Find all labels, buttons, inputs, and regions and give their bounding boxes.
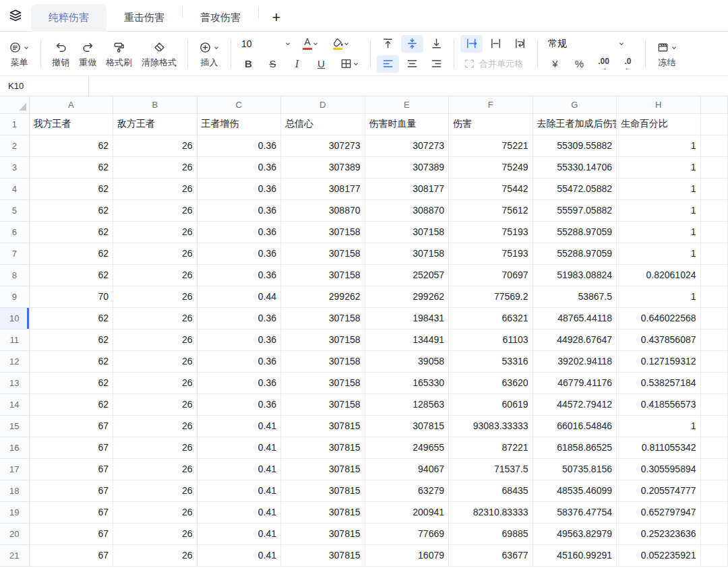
cell[interactable]: 60619 xyxy=(449,393,533,415)
row-header-14[interactable]: 14 xyxy=(0,393,29,415)
cell[interactable] xyxy=(700,286,728,307)
cell[interactable]: 62 xyxy=(29,135,113,156)
freeze-button[interactable]: 冻结 xyxy=(652,38,682,69)
cell[interactable]: 53867.5 xyxy=(533,286,617,307)
cell[interactable] xyxy=(700,480,728,501)
row-header-8[interactable]: 8 xyxy=(0,264,29,286)
row-header-10[interactable]: 10 xyxy=(0,307,29,329)
cell[interactable]: 26 xyxy=(113,458,198,480)
row-header-9[interactable]: 9 xyxy=(0,286,29,307)
cell[interactable]: 55472.05882 xyxy=(533,178,617,199)
cell[interactable]: 51983.08824 xyxy=(533,264,617,286)
cell[interactable]: 50735.8156 xyxy=(533,458,617,480)
cell[interactable]: 67 xyxy=(29,437,113,458)
row-header-18[interactable]: 18 xyxy=(0,480,29,501)
cell[interactable]: 1 xyxy=(617,156,701,178)
cell[interactable]: 307273 xyxy=(365,135,449,156)
cell[interactable]: 75442 xyxy=(449,178,533,199)
cell[interactable]: 0.252323636 xyxy=(617,523,701,544)
cell[interactable]: 26 xyxy=(113,329,198,350)
cell[interactable]: 0.36 xyxy=(197,350,281,372)
cell[interactable] xyxy=(700,372,728,393)
cell[interactable]: 0.36 xyxy=(197,329,281,350)
cell[interactable]: 62 xyxy=(29,329,113,350)
cell[interactable]: 307815 xyxy=(281,544,365,566)
cell[interactable]: 0.41 xyxy=(197,458,281,480)
cell[interactable]: 87221 xyxy=(449,437,533,458)
cell[interactable] xyxy=(700,221,728,243)
cell[interactable] xyxy=(700,544,728,566)
cell[interactable]: 62 xyxy=(29,307,113,329)
cell[interactable]: 0.41 xyxy=(197,501,281,523)
borders-button[interactable] xyxy=(334,55,364,73)
cell[interactable]: 0.811055342 xyxy=(617,437,701,458)
cell[interactable]: 307158 xyxy=(281,329,365,350)
cell[interactable]: 308177 xyxy=(365,178,449,199)
column-header-G[interactable]: G xyxy=(533,96,617,113)
cell[interactable]: 1 xyxy=(617,221,701,243)
cell[interactable]: 1 xyxy=(617,135,701,156)
row-header-13[interactable]: 13 xyxy=(0,372,29,393)
formula-input[interactable] xyxy=(89,76,728,96)
cell[interactable]: 67 xyxy=(29,501,113,523)
cell[interactable]: 61103 xyxy=(449,329,533,350)
cell[interactable]: 26 xyxy=(113,243,198,264)
column-header-D[interactable]: D xyxy=(281,96,365,113)
cell[interactable]: 94067 xyxy=(365,458,449,480)
cell[interactable]: 308870 xyxy=(365,199,449,221)
cell[interactable]: 62 xyxy=(29,372,113,393)
row-header-6[interactable]: 6 xyxy=(0,221,29,243)
cell[interactable]: 48535.46099 xyxy=(533,480,617,501)
cell[interactable]: 307815 xyxy=(281,437,365,458)
cell[interactable]: 26 xyxy=(113,264,198,286)
cell[interactable]: 307815 xyxy=(281,458,365,480)
text-clip-button[interactable] xyxy=(485,35,507,53)
row-header-21[interactable]: 21 xyxy=(0,544,29,566)
cell[interactable]: 39058 xyxy=(365,350,449,372)
cell[interactable]: 0.82061024 xyxy=(617,264,701,286)
cell[interactable]: 75612 xyxy=(449,199,533,221)
cell[interactable]: 0.418556573 xyxy=(617,393,701,415)
cell[interactable]: 63279 xyxy=(365,480,449,501)
cell[interactable]: 0.41 xyxy=(197,480,281,501)
cell[interactable]: 62 xyxy=(29,199,113,221)
cell[interactable]: 69885 xyxy=(449,523,533,544)
cell[interactable] xyxy=(700,243,728,264)
cell[interactable]: 1 xyxy=(617,243,701,264)
cell[interactable]: 39202.94118 xyxy=(533,350,617,372)
sheet-tab-1[interactable]: 纯粹伤害 xyxy=(31,4,107,32)
cell[interactable]: 249655 xyxy=(365,437,449,458)
cell[interactable]: 26 xyxy=(113,350,198,372)
cell[interactable]: 165330 xyxy=(365,372,449,393)
fill-color-button[interactable] xyxy=(326,35,356,53)
cell[interactable]: 93083.33333 xyxy=(449,415,533,437)
cell[interactable]: 77669 xyxy=(365,523,449,544)
increase-decimal-button[interactable]: .00 → xyxy=(593,55,615,73)
cell[interactable]: 299262 xyxy=(281,286,365,307)
cell[interactable]: 55309.55882 xyxy=(533,135,617,156)
cell[interactable]: 我方王者 xyxy=(29,113,113,135)
cell[interactable]: 67 xyxy=(29,415,113,437)
merge-cells-button[interactable]: 合并单元格 xyxy=(460,55,526,73)
currency-format-button[interactable]: ¥ xyxy=(544,55,566,73)
cell[interactable]: 0.305595894 xyxy=(617,458,701,480)
cell[interactable] xyxy=(700,393,728,415)
cell[interactable]: 26 xyxy=(113,178,198,199)
cell[interactable]: 1 xyxy=(617,415,701,437)
cell[interactable]: 63677 xyxy=(449,544,533,566)
bold-button[interactable]: B xyxy=(237,55,260,73)
cell[interactable]: 55330.14706 xyxy=(533,156,617,178)
cell[interactable]: 26 xyxy=(113,437,198,458)
cell[interactable]: 308177 xyxy=(281,178,365,199)
cell[interactable]: 307815 xyxy=(281,480,365,501)
cell[interactable]: 26 xyxy=(113,286,198,307)
cell[interactable] xyxy=(700,458,728,480)
cell[interactable] xyxy=(700,501,728,523)
cell[interactable]: 0.41 xyxy=(197,437,281,458)
cell[interactable]: 75193 xyxy=(449,243,533,264)
strikethrough-button[interactable]: S xyxy=(262,55,284,73)
cell[interactable]: 77569.2 xyxy=(449,286,533,307)
cell[interactable]: 63620 xyxy=(449,372,533,393)
cell[interactable]: 44572.79412 xyxy=(533,393,617,415)
cell[interactable]: 1 xyxy=(617,199,701,221)
